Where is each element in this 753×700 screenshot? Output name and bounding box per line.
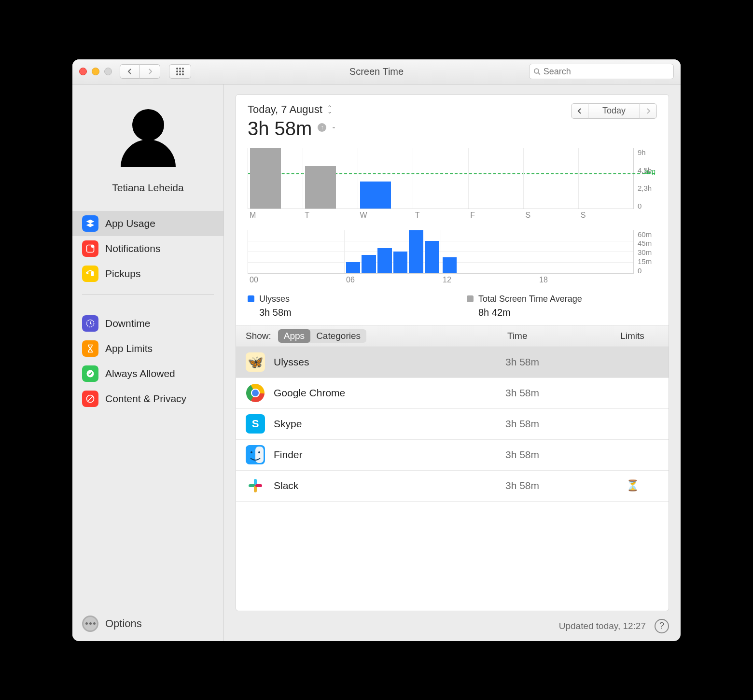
clock-icon	[82, 315, 98, 332]
legend-a-value: 3h 58m	[259, 307, 438, 318]
date-label: Today, 7 August	[248, 103, 322, 116]
table-row[interactable]: SSkype3h 58m	[236, 409, 669, 440]
svg-point-5	[182, 70, 184, 72]
all-prefs-grid-button[interactable]	[169, 64, 191, 79]
legend-b-name: Total Screen Time Average	[478, 294, 582, 304]
col-limits: Limits	[606, 331, 659, 341]
weekly-chart: avg 9h4,5h2,3h0 MTWTFSS	[248, 148, 657, 220]
svg-point-11	[132, 109, 164, 141]
show-segmented[interactable]: Apps Categories	[278, 329, 366, 343]
legend-a-name: Ulysses	[259, 294, 290, 304]
app-time: 3h 58m	[505, 387, 597, 399]
profile: Tetiana Leheida	[72, 84, 223, 202]
sidebar-item-label: App Usage	[105, 218, 155, 229]
main: Today, 7 August ⌃ ⌄ 3h 58m ↑ -	[224, 84, 681, 641]
table-row[interactable]: Slack3h 58m⏳	[236, 471, 669, 502]
svg-rect-14	[91, 271, 94, 276]
svg-line-10	[538, 73, 540, 75]
sidebar-item-notifications[interactable]: Notifications	[72, 236, 223, 261]
sidebar-item-downtime[interactable]: Downtime	[72, 311, 223, 336]
help-button[interactable]: ?	[655, 619, 669, 633]
usage-panel: Today, 7 August ⌃ ⌄ 3h 58m ↑ -	[236, 94, 669, 611]
period-control: Today	[571, 103, 657, 119]
sidebar-item-label: Pickups	[105, 268, 141, 280]
svg-point-4	[179, 70, 181, 72]
seg-categories[interactable]: Categories	[310, 329, 366, 343]
sidebar-item-always-allowed[interactable]: Always Allowed	[72, 361, 223, 386]
sidebar-item-app-limits[interactable]: App Limits	[72, 336, 223, 361]
table-row[interactable]: Google Chrome3h 58m	[236, 378, 669, 409]
show-label: Show:	[246, 331, 271, 341]
swatch-icon	[467, 295, 474, 302]
minimize-window-button[interactable]	[92, 68, 99, 75]
pickups-icon	[82, 266, 98, 282]
ellipsis-icon	[82, 616, 98, 632]
svg-point-6	[176, 73, 178, 75]
forward-button[interactable]	[140, 64, 160, 79]
sidebar-item-label: Notifications	[105, 243, 160, 254]
profile-name: Tetiana Leheida	[112, 182, 183, 194]
app-limit: ⏳	[606, 479, 659, 492]
app-time: 3h 58m	[505, 480, 597, 491]
nav-back-forward	[120, 64, 160, 79]
today-button[interactable]: Today	[588, 103, 640, 119]
search-icon	[533, 68, 541, 75]
app-name: Slack	[274, 480, 497, 491]
sidebar-item-label: Content & Privacy	[105, 393, 186, 405]
window: Screen Time Tetiana Leheida App Usa	[72, 59, 681, 641]
app-icon: S	[246, 414, 265, 434]
app-name: Ulysses	[274, 356, 497, 368]
options-label: Options	[105, 617, 142, 630]
zoom-window-button[interactable]	[104, 68, 112, 75]
notification-icon	[82, 240, 98, 257]
seg-apps[interactable]: Apps	[278, 329, 310, 343]
delta-badge-icon: ↑	[318, 123, 326, 132]
app-icon: 🦋	[246, 352, 265, 372]
app-name: Skype	[274, 418, 497, 430]
back-button[interactable]	[120, 64, 140, 79]
app-name: Finder	[274, 449, 497, 461]
sidebar-item-pickups[interactable]: Pickups	[72, 261, 223, 286]
table-row[interactable]: Finder3h 58m	[236, 440, 669, 471]
svg-point-24	[251, 389, 259, 397]
check-seal-icon	[82, 365, 98, 382]
prev-period-button[interactable]	[571, 103, 588, 119]
app-icon	[246, 383, 265, 403]
hourglass-icon	[82, 340, 98, 357]
svg-point-8	[182, 73, 184, 75]
next-period-button[interactable]	[640, 103, 657, 119]
swatch-icon	[248, 295, 254, 302]
footer: Updated today, 12:27 ?	[224, 611, 681, 641]
search-input[interactable]	[544, 67, 669, 77]
sidebar-group-settings: Downtime App Limits Always Allowed	[72, 311, 223, 411]
sidebar: Tetiana Leheida App Usage Notifications	[72, 84, 224, 641]
app-time: 3h 58m	[505, 356, 597, 368]
app-icon	[246, 445, 265, 464]
sidebar-item-content-privacy[interactable]: Content & Privacy	[72, 386, 223, 411]
app-name: Google Chrome	[274, 387, 497, 399]
app-time: 3h 58m	[505, 449, 597, 461]
sidebar-options[interactable]: Options	[72, 606, 223, 641]
svg-rect-28	[255, 447, 264, 463]
sidebar-item-app-usage[interactable]: App Usage	[72, 211, 223, 236]
close-window-button[interactable]	[79, 68, 87, 75]
avatar-icon	[112, 102, 184, 174]
table-body: 🦋Ulysses3h 58mGoogle Chrome3h 58mSSkype3…	[236, 347, 669, 611]
svg-point-9	[534, 69, 539, 73]
svg-point-1	[179, 68, 181, 70]
svg-point-7	[179, 73, 181, 75]
svg-line-18	[88, 396, 93, 401]
table-row[interactable]: 🦋Ulysses3h 58m	[236, 347, 669, 378]
titlebar: Screen Time	[72, 59, 681, 84]
sidebar-item-label: App Limits	[105, 343, 153, 354]
svg-point-30	[258, 451, 260, 453]
delta-value: -	[332, 123, 335, 133]
search-field[interactable]	[529, 64, 674, 79]
app-time: 3h 58m	[505, 418, 597, 430]
svg-text:S: S	[252, 418, 259, 430]
chevron-down-icon: ⌄	[327, 110, 332, 113]
date-stepper[interactable]: ⌃ ⌄	[327, 106, 332, 113]
updated-label: Updated today, 12:27	[559, 621, 646, 631]
svg-point-29	[251, 451, 252, 453]
stack-icon	[82, 215, 98, 232]
